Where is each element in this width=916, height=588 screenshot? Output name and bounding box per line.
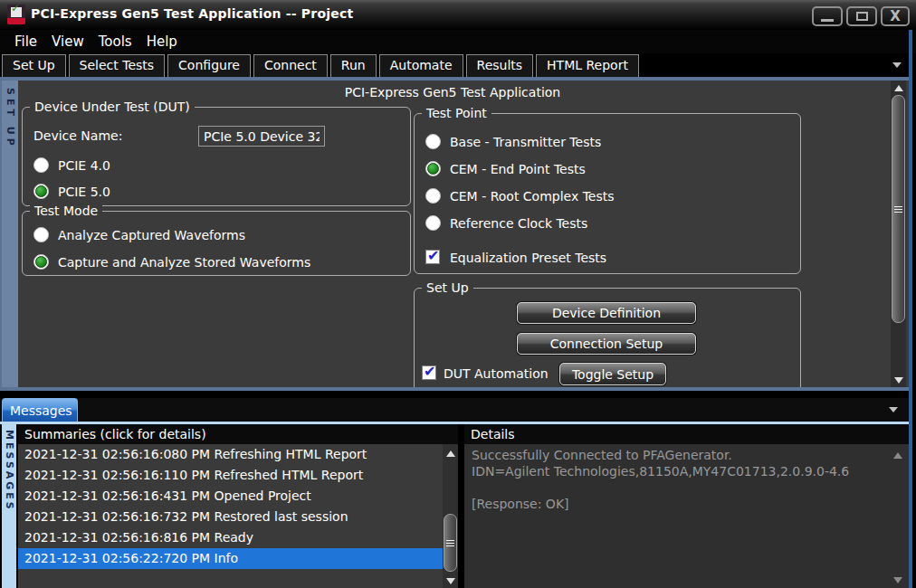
dut-group-legend: Device Under Test (DUT) <box>30 100 195 114</box>
connection-setup-button[interactable]: Connection Setup <box>517 333 696 355</box>
tab-html-report[interactable]: HTML Report <box>536 54 639 77</box>
detail-line: Successfully Connected to PFAGenerator. <box>472 448 870 462</box>
details-pane: Details Successfully Connected to PFAGen… <box>464 424 909 588</box>
device-definition-button[interactable]: Device Definition <box>517 302 696 324</box>
test-mode-group: Test Mode Analyze Captured Waveforms Cap… <box>22 211 411 276</box>
equalization-preset-checkbox[interactable]: ✔ <box>425 250 440 264</box>
tab-run[interactable]: Run <box>330 54 377 77</box>
radio-capture-analyze-label[interactable]: Capture and Analyze Stored Waveforms <box>58 255 310 270</box>
detail-line: [Response: OK] <box>472 497 870 511</box>
set-up-side-tab[interactable]: SET UP <box>2 81 18 387</box>
device-name-label: Device Name: <box>33 128 122 143</box>
scroll-up-icon[interactable] <box>891 81 906 95</box>
tab-select-tests[interactable]: Select Tests <box>69 54 166 77</box>
main-scrollbar-thumb[interactable] <box>892 95 905 323</box>
app-icon-red-band <box>7 18 25 24</box>
radio-analyze-captured[interactable] <box>33 227 49 242</box>
messages-side-tab-label: MESSAGES <box>4 430 15 588</box>
toggle-setup-button[interactable]: Toggle Setup <box>559 363 666 385</box>
radio-pcie-4-0-label[interactable]: PCIE 4.0 <box>58 158 110 173</box>
summaries-scrollbar-thumb[interactable] <box>444 514 457 572</box>
radio-base-transmitter-label[interactable]: Base - Transmitter Tests <box>450 135 601 149</box>
tab-automate[interactable]: Automate <box>379 54 463 77</box>
scroll-up-icon[interactable] <box>890 448 905 462</box>
summaries-list: 2021-12-31 02:56:16:080 PM Refreshing HT… <box>18 444 458 588</box>
close-button[interactable]: X <box>881 6 910 26</box>
setup-group-legend: Set Up <box>422 280 473 295</box>
radio-base-transmitter[interactable] <box>425 134 441 149</box>
thumb-grip-icon <box>894 209 902 210</box>
set-up-page: PCI-Express Gen5 Test Application Device… <box>18 81 909 387</box>
test-point-group-legend: Test Point <box>422 106 491 120</box>
details-header: Details <box>464 424 909 444</box>
minimize-button[interactable] <box>812 6 843 26</box>
messages-overflow-chevron-down-icon[interactable] <box>889 407 898 413</box>
checkmark-icon: ✔ <box>424 363 435 380</box>
tab-bar: Set Up Select Tests Configure Connect Ru… <box>0 53 916 77</box>
menu-bar: File View Tools Help <box>0 30 916 53</box>
messages-tab-bar: Messages <box>0 398 912 422</box>
thumb-grip-icon <box>446 543 454 544</box>
detail-line: IDN=Agilent Technologies,81150A,MY47C017… <box>472 464 870 479</box>
messages-side-tab[interactable]: MESSAGES <box>2 424 16 588</box>
radio-analyze-captured-label[interactable]: Analyze Captured Waveforms <box>58 228 245 242</box>
log-row[interactable]: 2021-12-31 02:56:16:110 PM Refreshed HTM… <box>18 465 443 486</box>
equalization-preset-label[interactable]: Equalization Preset Tests <box>450 251 606 265</box>
menu-file[interactable]: File <box>7 32 44 52</box>
window-right-edge <box>909 30 912 588</box>
details-body: Successfully Connected to PFAGenerator. … <box>464 444 909 588</box>
scroll-down-icon[interactable] <box>890 573 905 587</box>
tab-connect[interactable]: Connect <box>253 54 328 77</box>
menu-tools[interactable]: Tools <box>91 32 139 52</box>
minimize-icon <box>821 19 834 22</box>
title-bar: ✓ PCI-Express Gen5 Test Application -- P… <box>0 0 916 30</box>
log-row[interactable]: 2021-12-31 02:56:16:431 PM Opened Projec… <box>18 486 443 507</box>
dut-automation-label[interactable]: DUT Automation <box>444 366 549 381</box>
menu-view[interactable]: View <box>44 32 91 52</box>
tab-set-up[interactable]: Set Up <box>2 54 66 77</box>
tab-overflow-chevron-down-icon[interactable] <box>892 62 902 68</box>
radio-capture-analyze[interactable] <box>33 254 49 270</box>
set-up-side-tab-label: SET UP <box>5 88 16 387</box>
app-icon-check: ✓ <box>11 5 20 14</box>
radio-cem-root-complex-label[interactable]: CEM - Root Complex Tests <box>450 189 615 204</box>
summaries-pane: Summaries (click for details) 2021-12-31… <box>18 424 458 588</box>
summaries-header: Summaries (click for details) <box>18 424 458 444</box>
tab-configure[interactable]: Configure <box>167 54 251 77</box>
scroll-down-icon[interactable] <box>443 574 458 588</box>
maximize-button[interactable] <box>846 6 877 26</box>
dut-group: Device Under Test (DUT) Device Name: PCI… <box>22 107 411 206</box>
radio-pcie-5-0-label[interactable]: PCIE 5.0 <box>58 185 110 199</box>
window-title: PCI-Express Gen5 Test Application -- Pro… <box>31 6 353 21</box>
radio-cem-root-complex[interactable] <box>425 188 441 204</box>
tab-messages[interactable]: Messages <box>2 398 78 422</box>
page-title: PCI-Express Gen5 Test Application <box>18 85 887 100</box>
menu-help[interactable]: Help <box>139 32 185 52</box>
checkmark-icon: ✔ <box>427 247 439 264</box>
radio-pcie-4-0[interactable] <box>33 157 49 173</box>
test-mode-group-legend: Test Mode <box>30 204 102 218</box>
radio-reference-clock[interactable] <box>425 215 441 231</box>
scroll-down-icon[interactable] <box>891 373 906 387</box>
log-row[interactable]: 2021-12-31 02:56:16:732 PM Restored last… <box>18 507 443 527</box>
maximize-icon <box>856 12 868 21</box>
radio-pcie-5-0[interactable] <box>33 184 49 199</box>
setup-group: Set Up Device Definition Connection Setu… <box>414 288 801 387</box>
scroll-up-icon[interactable] <box>443 446 458 460</box>
log-row-selected[interactable]: 2021-12-31 02:56:22:720 PM Info <box>18 548 443 569</box>
radio-cem-endpoint-label[interactable]: CEM - End Point Tests <box>450 162 586 176</box>
device-name-input[interactable] <box>198 126 325 147</box>
app-icon: ✓ <box>7 5 25 24</box>
log-row[interactable]: 2021-12-31 02:56:16:080 PM Refreshing HT… <box>18 444 443 465</box>
tab-results[interactable]: Results <box>466 54 534 77</box>
radio-reference-clock-label[interactable]: Reference Clock Tests <box>450 216 587 231</box>
dut-automation-checkbox[interactable]: ✔ <box>422 365 436 380</box>
test-point-group: Test Point Base - Transmitter Tests CEM … <box>414 113 801 274</box>
log-row[interactable]: 2021-12-31 02:56:16:816 PM Ready <box>18 527 443 548</box>
radio-cem-endpoint[interactable] <box>425 161 441 176</box>
